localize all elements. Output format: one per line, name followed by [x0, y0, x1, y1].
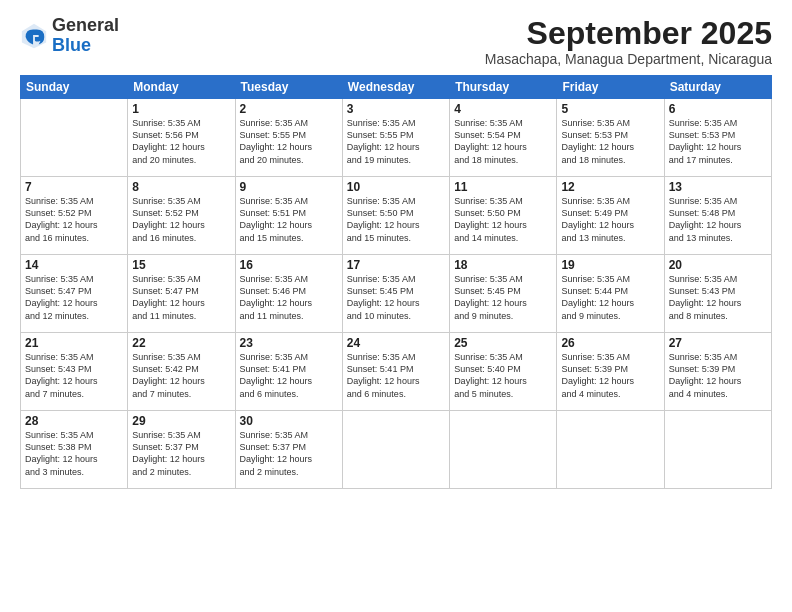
cell-w3-d6: 20Sunrise: 5:35 AM Sunset: 5:43 PM Dayli… — [664, 255, 771, 333]
cell-content: Sunrise: 5:35 AM Sunset: 5:45 PM Dayligh… — [454, 273, 552, 322]
cell-w2-d5: 12Sunrise: 5:35 AM Sunset: 5:49 PM Dayli… — [557, 177, 664, 255]
month-title: September 2025 — [485, 16, 772, 51]
day-number: 5 — [561, 102, 659, 116]
day-number: 16 — [240, 258, 338, 272]
day-number: 14 — [25, 258, 123, 272]
cell-w5-d4 — [450, 411, 557, 489]
cell-content: Sunrise: 5:35 AM Sunset: 5:39 PM Dayligh… — [561, 351, 659, 400]
cell-w5-d2: 30Sunrise: 5:35 AM Sunset: 5:37 PM Dayli… — [235, 411, 342, 489]
cell-w4-d5: 26Sunrise: 5:35 AM Sunset: 5:39 PM Dayli… — [557, 333, 664, 411]
cell-w3-d2: 16Sunrise: 5:35 AM Sunset: 5:46 PM Dayli… — [235, 255, 342, 333]
day-number: 13 — [669, 180, 767, 194]
title-block: September 2025 Masachapa, Managua Depart… — [485, 16, 772, 67]
day-number: 4 — [454, 102, 552, 116]
cell-content: Sunrise: 5:35 AM Sunset: 5:47 PM Dayligh… — [25, 273, 123, 322]
day-number: 29 — [132, 414, 230, 428]
week-row-2: 7Sunrise: 5:35 AM Sunset: 5:52 PM Daylig… — [21, 177, 772, 255]
cell-content: Sunrise: 5:35 AM Sunset: 5:45 PM Dayligh… — [347, 273, 445, 322]
cell-content: Sunrise: 5:35 AM Sunset: 5:53 PM Dayligh… — [561, 117, 659, 166]
day-number: 9 — [240, 180, 338, 194]
day-number: 7 — [25, 180, 123, 194]
logo-text: General Blue — [52, 16, 119, 56]
cell-content: Sunrise: 5:35 AM Sunset: 5:40 PM Dayligh… — [454, 351, 552, 400]
cell-content: Sunrise: 5:35 AM Sunset: 5:50 PM Dayligh… — [347, 195, 445, 244]
cell-content: Sunrise: 5:35 AM Sunset: 5:50 PM Dayligh… — [454, 195, 552, 244]
cell-content: Sunrise: 5:35 AM Sunset: 5:55 PM Dayligh… — [240, 117, 338, 166]
cell-w5-d1: 29Sunrise: 5:35 AM Sunset: 5:37 PM Dayli… — [128, 411, 235, 489]
cell-w4-d0: 21Sunrise: 5:35 AM Sunset: 5:43 PM Dayli… — [21, 333, 128, 411]
day-number: 27 — [669, 336, 767, 350]
cell-w1-d0 — [21, 99, 128, 177]
logo-icon — [20, 22, 48, 50]
cell-content: Sunrise: 5:35 AM Sunset: 5:54 PM Dayligh… — [454, 117, 552, 166]
header: General Blue September 2025 Masachapa, M… — [20, 16, 772, 67]
cell-content: Sunrise: 5:35 AM Sunset: 5:44 PM Dayligh… — [561, 273, 659, 322]
day-number: 18 — [454, 258, 552, 272]
cell-w2-d2: 9Sunrise: 5:35 AM Sunset: 5:51 PM Daylig… — [235, 177, 342, 255]
cell-w4-d4: 25Sunrise: 5:35 AM Sunset: 5:40 PM Dayli… — [450, 333, 557, 411]
day-number: 11 — [454, 180, 552, 194]
header-row: Sunday Monday Tuesday Wednesday Thursday… — [21, 76, 772, 99]
cell-w2-d0: 7Sunrise: 5:35 AM Sunset: 5:52 PM Daylig… — [21, 177, 128, 255]
day-number: 30 — [240, 414, 338, 428]
day-number: 12 — [561, 180, 659, 194]
day-number: 23 — [240, 336, 338, 350]
col-saturday: Saturday — [664, 76, 771, 99]
cell-w2-d4: 11Sunrise: 5:35 AM Sunset: 5:50 PM Dayli… — [450, 177, 557, 255]
day-number: 26 — [561, 336, 659, 350]
day-number: 1 — [132, 102, 230, 116]
day-number: 20 — [669, 258, 767, 272]
day-number: 3 — [347, 102, 445, 116]
week-row-4: 21Sunrise: 5:35 AM Sunset: 5:43 PM Dayli… — [21, 333, 772, 411]
cell-content: Sunrise: 5:35 AM Sunset: 5:55 PM Dayligh… — [347, 117, 445, 166]
cell-content: Sunrise: 5:35 AM Sunset: 5:52 PM Dayligh… — [25, 195, 123, 244]
cell-w1-d2: 2Sunrise: 5:35 AM Sunset: 5:55 PM Daylig… — [235, 99, 342, 177]
day-number: 24 — [347, 336, 445, 350]
day-number: 21 — [25, 336, 123, 350]
day-number: 15 — [132, 258, 230, 272]
cell-content: Sunrise: 5:35 AM Sunset: 5:47 PM Dayligh… — [132, 273, 230, 322]
cell-content: Sunrise: 5:35 AM Sunset: 5:38 PM Dayligh… — [25, 429, 123, 478]
logo-blue: Blue — [52, 35, 91, 55]
col-tuesday: Tuesday — [235, 76, 342, 99]
week-row-5: 28Sunrise: 5:35 AM Sunset: 5:38 PM Dayli… — [21, 411, 772, 489]
cell-content: Sunrise: 5:35 AM Sunset: 5:49 PM Dayligh… — [561, 195, 659, 244]
cell-w3-d1: 15Sunrise: 5:35 AM Sunset: 5:47 PM Dayli… — [128, 255, 235, 333]
cell-w1-d3: 3Sunrise: 5:35 AM Sunset: 5:55 PM Daylig… — [342, 99, 449, 177]
cell-content: Sunrise: 5:35 AM Sunset: 5:46 PM Dayligh… — [240, 273, 338, 322]
day-number: 10 — [347, 180, 445, 194]
cell-w1-d4: 4Sunrise: 5:35 AM Sunset: 5:54 PM Daylig… — [450, 99, 557, 177]
col-sunday: Sunday — [21, 76, 128, 99]
week-row-3: 14Sunrise: 5:35 AM Sunset: 5:47 PM Dayli… — [21, 255, 772, 333]
cell-w3-d5: 19Sunrise: 5:35 AM Sunset: 5:44 PM Dayli… — [557, 255, 664, 333]
cell-content: Sunrise: 5:35 AM Sunset: 5:52 PM Dayligh… — [132, 195, 230, 244]
day-number: 2 — [240, 102, 338, 116]
cell-w1-d1: 1Sunrise: 5:35 AM Sunset: 5:56 PM Daylig… — [128, 99, 235, 177]
cell-content: Sunrise: 5:35 AM Sunset: 5:37 PM Dayligh… — [240, 429, 338, 478]
page: General Blue September 2025 Masachapa, M… — [0, 0, 792, 612]
cell-w1-d5: 5Sunrise: 5:35 AM Sunset: 5:53 PM Daylig… — [557, 99, 664, 177]
week-row-1: 1Sunrise: 5:35 AM Sunset: 5:56 PM Daylig… — [21, 99, 772, 177]
cell-content: Sunrise: 5:35 AM Sunset: 5:42 PM Dayligh… — [132, 351, 230, 400]
day-number: 25 — [454, 336, 552, 350]
day-number: 28 — [25, 414, 123, 428]
calendar-table: Sunday Monday Tuesday Wednesday Thursday… — [20, 75, 772, 489]
cell-w4-d2: 23Sunrise: 5:35 AM Sunset: 5:41 PM Dayli… — [235, 333, 342, 411]
cell-w3-d3: 17Sunrise: 5:35 AM Sunset: 5:45 PM Dayli… — [342, 255, 449, 333]
cell-w2-d3: 10Sunrise: 5:35 AM Sunset: 5:50 PM Dayli… — [342, 177, 449, 255]
col-thursday: Thursday — [450, 76, 557, 99]
day-number: 19 — [561, 258, 659, 272]
cell-content: Sunrise: 5:35 AM Sunset: 5:53 PM Dayligh… — [669, 117, 767, 166]
logo-general: General — [52, 15, 119, 35]
cell-w5-d6 — [664, 411, 771, 489]
logo: General Blue — [20, 16, 119, 56]
day-number: 8 — [132, 180, 230, 194]
cell-content: Sunrise: 5:35 AM Sunset: 5:41 PM Dayligh… — [240, 351, 338, 400]
cell-content: Sunrise: 5:35 AM Sunset: 5:39 PM Dayligh… — [669, 351, 767, 400]
cell-w5-d5 — [557, 411, 664, 489]
cell-w4-d1: 22Sunrise: 5:35 AM Sunset: 5:42 PM Dayli… — [128, 333, 235, 411]
day-number: 17 — [347, 258, 445, 272]
cell-content: Sunrise: 5:35 AM Sunset: 5:41 PM Dayligh… — [347, 351, 445, 400]
col-wednesday: Wednesday — [342, 76, 449, 99]
cell-content: Sunrise: 5:35 AM Sunset: 5:37 PM Dayligh… — [132, 429, 230, 478]
